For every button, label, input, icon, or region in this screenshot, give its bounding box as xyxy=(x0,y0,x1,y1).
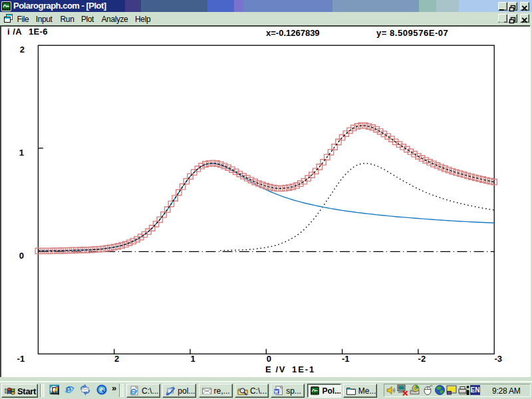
svg-text:1: 1 xyxy=(190,354,195,364)
svg-text:0: 0 xyxy=(19,251,24,261)
svg-text:2: 2 xyxy=(20,45,25,55)
svg-text:-1: -1 xyxy=(17,354,25,364)
svg-text:1E-1: 1E-1 xyxy=(292,364,315,374)
svg-text:1: 1 xyxy=(19,148,24,158)
svg-text:-1: -1 xyxy=(342,354,350,364)
svg-text:-3: -3 xyxy=(495,354,503,364)
svg-text:E /V: E /V xyxy=(265,364,286,374)
svg-text:2: 2 xyxy=(114,354,119,364)
svg-text:-2: -2 xyxy=(418,354,426,364)
svg-text:0: 0 xyxy=(267,354,271,364)
